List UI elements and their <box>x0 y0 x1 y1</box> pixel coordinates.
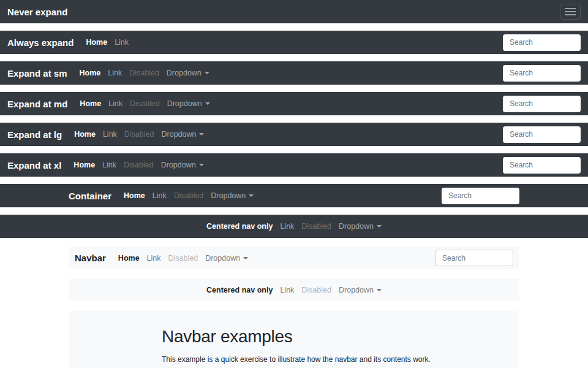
nav-link-disabled: Disabled <box>121 130 158 139</box>
search-input[interactable] <box>442 188 519 204</box>
nav-link-disabled: Disabled <box>165 254 202 263</box>
brand-expand-lg[interactable]: Expand at lg <box>7 129 62 140</box>
nav-link-disabled: Disabled <box>298 286 335 294</box>
page-title: Navbar examples <box>162 327 435 347</box>
jumbotron-card: Navbar examples This example is a quick … <box>69 311 519 368</box>
navbar-toggler-button[interactable] <box>560 4 581 20</box>
caret-down-icon <box>205 102 210 105</box>
nav-link-centered[interactable]: Centered nav only <box>203 286 276 294</box>
page-container: Navbar Home Link Disabled Dropdown Cente… <box>69 247 519 368</box>
nav-links: Centered nav only Link Disabled Dropdown <box>203 222 385 231</box>
caret-down-icon <box>199 133 204 136</box>
nav-links: Home Link Disabled Dropdown <box>115 254 252 263</box>
navbar-always-expand: Always expand Home Link <box>0 31 588 54</box>
nav-link-home[interactable]: Home <box>70 130 99 139</box>
nav-links: Home Link Disabled Dropdown <box>76 99 213 108</box>
nav-link-home[interactable]: Home <box>70 161 99 169</box>
nav-link-home[interactable]: Home <box>76 99 105 108</box>
hamburger-icon <box>565 8 576 15</box>
brand-expand-md[interactable]: Expand at md <box>7 99 67 109</box>
nav-links: Home Link Disabled Dropdown <box>76 69 213 77</box>
navbar-centered-light: Centered nav only Link Disabled Dropdown <box>69 279 519 301</box>
nav-link-link[interactable]: Link <box>99 130 121 139</box>
navbar-centered-dark: Centered nav only Link Disabled Dropdown <box>0 215 588 238</box>
navbar-expand-lg: Expand at lg Home Link Disabled Dropdown <box>0 123 588 146</box>
nav-link-link[interactable]: Link <box>276 286 298 294</box>
nav-link-link[interactable]: Link <box>276 222 298 231</box>
nav-link-disabled: Disabled <box>126 99 164 108</box>
caret-down-icon <box>243 257 248 259</box>
content-column: Navbar examples This example is a quick … <box>162 327 435 368</box>
search-input[interactable] <box>503 157 581 174</box>
navbar-expand-xl: Expand at xl Home Link Disabled Dropdown <box>0 153 588 177</box>
navbar-container: Container Home Link Disabled Dropdown <box>0 184 588 207</box>
nav-links: Home Link Disabled Dropdown <box>70 161 207 169</box>
nav-link-centered[interactable]: Centered nav only <box>203 222 276 231</box>
navbar-light: Navbar Home Link Disabled Dropdown <box>69 247 519 269</box>
caret-down-icon <box>199 164 204 166</box>
search-input[interactable] <box>503 96 581 112</box>
search-input[interactable] <box>503 34 581 51</box>
nav-link-home[interactable]: Home <box>76 69 105 77</box>
nav-link-disabled: Disabled <box>126 69 163 77</box>
nav-link-link[interactable]: Link <box>149 191 170 200</box>
paragraph-text: This example is a quick exercise to illu… <box>162 355 431 368</box>
brand-never-expand[interactable]: Never expand <box>7 7 67 17</box>
nav-link-link[interactable]: Link <box>104 69 126 77</box>
brand-container[interactable]: Container <box>69 191 111 201</box>
nav-links: Home Link Disabled Dropdown <box>70 130 208 139</box>
caret-down-icon <box>205 72 209 74</box>
nav-link-home[interactable]: Home <box>115 254 143 263</box>
nav-dropdown-toggle[interactable]: Dropdown <box>164 99 214 108</box>
nav-links: Centered nav only Link Disabled Dropdown <box>203 286 385 294</box>
navbar-expand-md: Expand at md Home Link Disabled Dropdown <box>0 92 588 115</box>
nav-dropdown-toggle[interactable]: Dropdown <box>207 191 257 200</box>
nav-links: Home Link <box>82 38 132 47</box>
nav-link-disabled: Disabled <box>120 161 157 169</box>
nav-dropdown-toggle[interactable]: Dropdown <box>163 69 213 77</box>
brand-expand-sm[interactable]: Expand at sm <box>7 68 67 79</box>
navbar-never-expand: Never expand <box>0 0 588 23</box>
nav-link-disabled: Disabled <box>170 191 208 200</box>
nav-link-home[interactable]: Home <box>82 38 111 47</box>
nav-dropdown-toggle[interactable]: Dropdown <box>335 286 385 294</box>
nav-link-link[interactable]: Link <box>143 254 165 263</box>
navbar-expand-sm: Expand at sm Home Link Disabled Dropdown <box>0 61 588 85</box>
brand-navbar[interactable]: Navbar <box>75 253 106 263</box>
brand-always-expand[interactable]: Always expand <box>7 37 74 48</box>
nav-links: Home Link Disabled Dropdown <box>120 191 257 200</box>
intro-paragraph: This example is a quick exercise to illu… <box>162 354 435 368</box>
search-input[interactable] <box>503 126 581 143</box>
nav-dropdown-toggle[interactable]: Dropdown <box>202 254 252 263</box>
nav-link-link[interactable]: Link <box>111 38 132 47</box>
nav-dropdown-toggle[interactable]: Dropdown <box>157 161 208 169</box>
caret-down-icon <box>377 225 382 228</box>
brand-expand-xl[interactable]: Expand at xl <box>7 160 61 171</box>
nav-dropdown-toggle[interactable]: Dropdown <box>335 222 385 231</box>
search-input[interactable] <box>503 65 581 82</box>
nav-link-home[interactable]: Home <box>120 191 149 200</box>
navbar-container-inner: Container Home Link Disabled Dropdown <box>69 184 519 207</box>
search-input[interactable] <box>435 250 513 266</box>
caret-down-icon <box>249 194 254 197</box>
nav-dropdown-toggle[interactable]: Dropdown <box>158 130 208 139</box>
caret-down-icon <box>377 289 382 291</box>
nav-link-link[interactable]: Link <box>99 161 120 169</box>
nav-link-disabled: Disabled <box>298 222 335 231</box>
nav-link-link[interactable]: Link <box>105 99 126 108</box>
